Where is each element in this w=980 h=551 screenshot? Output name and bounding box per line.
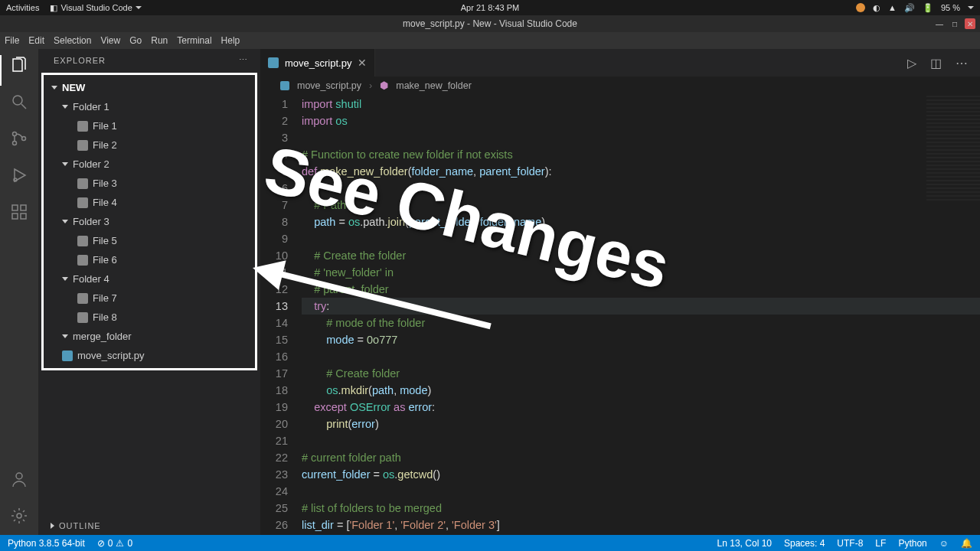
debug-icon[interactable]	[9, 165, 29, 185]
close-button[interactable]: ✕	[965, 18, 975, 29]
root-label: NEW	[62, 82, 85, 93]
symbol-icon: ⬢	[380, 80, 388, 91]
problems[interactable]: ⊘ 0 ⚠ 0	[97, 538, 132, 549]
eol[interactable]: LF	[875, 538, 886, 549]
window-title: move_script.py - New - Visual Studio Cod…	[403, 18, 577, 29]
menu-terminal[interactable]: Terminal	[177, 35, 211, 46]
window-title-bar: move_script.py - New - Visual Studio Cod…	[0, 15, 980, 32]
folder-label: Folder 4	[73, 273, 109, 285]
language-mode[interactable]: Python	[898, 538, 926, 549]
tree-file[interactable]: File 8	[44, 308, 255, 327]
vscode-icon: ◧	[50, 3, 57, 13]
activities-button[interactable]: Activities	[6, 3, 39, 13]
raise-icon[interactable]: ◐	[873, 3, 880, 13]
file-label: File 7	[93, 292, 117, 304]
tree-root[interactable]: NEW	[44, 78, 255, 97]
tree-file[interactable]: File 6	[44, 250, 255, 269]
chevron-down-icon	[51, 86, 57, 90]
python-version[interactable]: Python 3.8.5 64-bit	[8, 538, 85, 549]
code-editor[interactable]: 1234567891011121314151617181920212223242…	[260, 96, 980, 535]
menu-run[interactable]: Run	[151, 35, 168, 46]
tab-bar: move_script.py ✕ ▷ ◫ ⋯	[260, 49, 980, 77]
sidebar: EXPLORER ⋯ NEW Folder 1 File 1 File 2 Fo…	[38, 49, 260, 535]
search-icon[interactable]	[9, 92, 29, 112]
extensions-icon[interactable]	[9, 202, 29, 222]
outline-label: OUTLINE	[59, 521, 101, 530]
breadcrumb[interactable]: move_script.py › ⬢ make_new_folder	[260, 77, 980, 96]
feedback-icon[interactable]: ☺	[939, 538, 949, 549]
menu-edit[interactable]: Edit	[28, 35, 44, 46]
minimap[interactable]	[926, 96, 980, 203]
tree-file[interactable]: File 2	[44, 135, 255, 155]
explorer-icon[interactable]	[9, 55, 29, 75]
encoding[interactable]: UTF-8	[837, 538, 863, 549]
network-icon[interactable]: ▲	[888, 3, 897, 12]
file-icon	[77, 312, 88, 323]
chevron-down-icon	[136, 6, 142, 9]
svg-point-2	[13, 142, 17, 145]
svg-rect-7	[12, 214, 18, 219]
file-label: File 3	[93, 178, 117, 189]
battery-icon[interactable]: 🔋	[923, 3, 933, 13]
more-icon[interactable]: ⋯	[956, 56, 968, 70]
menu-go[interactable]: Go	[129, 35, 142, 46]
close-tab-icon[interactable]: ✕	[358, 57, 367, 69]
chevron-down-icon	[62, 334, 68, 338]
menu-view[interactable]: View	[100, 35, 120, 46]
run-icon[interactable]: ▷	[907, 56, 916, 70]
tab-move-script[interactable]: move_script.py ✕	[260, 49, 375, 77]
file-icon	[77, 178, 88, 189]
folder-label: merge_folder	[73, 331, 132, 342]
chevron-down-icon	[62, 105, 68, 109]
more-icon[interactable]: ⋯	[239, 55, 248, 65]
file-icon	[77, 197, 88, 208]
tree-file[interactable]: File 4	[44, 193, 255, 212]
update-icon[interactable]	[856, 3, 865, 12]
file-icon	[77, 255, 88, 266]
app-menu[interactable]: ◧ Visual Studio Code	[50, 3, 141, 13]
editor-group: move_script.py ✕ ▷ ◫ ⋯ move_script.py › …	[260, 49, 980, 535]
minimize-button[interactable]: —	[934, 18, 945, 29]
indentation[interactable]: Spaces: 4	[784, 538, 825, 549]
tree-file[interactable]: File 3	[44, 174, 255, 193]
tab-label: move_script.py	[285, 57, 351, 69]
file-label: File 1	[93, 120, 117, 132]
volume-icon[interactable]: 🔊	[904, 3, 915, 13]
svg-point-4	[14, 178, 17, 181]
clock[interactable]: Apr 21 8:43 PM	[461, 3, 519, 12]
gear-icon[interactable]	[9, 506, 29, 526]
tree-file[interactable]: File 1	[44, 116, 255, 135]
tree-folder[interactable]: merge_folder	[44, 327, 255, 346]
tree-folder[interactable]: Folder 1	[44, 97, 255, 116]
bell-icon[interactable]: 🔔	[961, 538, 972, 549]
explorer-tree-highlight: NEW Folder 1 File 1 File 2 Folder 2 File…	[41, 73, 257, 370]
folder-label: Folder 1	[73, 101, 109, 112]
menu-selection[interactable]: Selection	[54, 35, 91, 46]
chevron-down-icon[interactable]	[968, 6, 974, 9]
tree-folder[interactable]: Folder 4	[44, 269, 255, 289]
file-icon	[77, 236, 88, 246]
menu-help[interactable]: Help	[221, 35, 240, 46]
maximize-button[interactable]: □	[949, 18, 960, 29]
python-file-icon	[280, 81, 289, 90]
svg-point-0	[13, 96, 22, 105]
breadcrumb-symbol: make_new_folder	[396, 80, 472, 91]
cursor-position[interactable]: Ln 13, Col 10	[717, 538, 772, 549]
tree-file[interactable]: File 5	[44, 231, 255, 250]
explorer-title: EXPLORER	[54, 56, 106, 65]
tree-folder[interactable]: Folder 2	[44, 155, 255, 174]
outline-section[interactable]: OUTLINE	[38, 517, 260, 535]
svg-rect-6	[21, 205, 26, 210]
file-label: File 6	[93, 254, 117, 266]
menu-file[interactable]: File	[5, 35, 19, 46]
file-label: File 2	[93, 139, 117, 151]
account-icon[interactable]	[9, 469, 29, 489]
svg-rect-8	[21, 214, 26, 219]
tree-folder[interactable]: Folder 3	[44, 212, 255, 231]
status-bar: Python 3.8.5 64-bit ⊘ 0 ⚠ 0 Ln 13, Col 1…	[0, 535, 980, 551]
split-editor-icon[interactable]: ◫	[930, 56, 942, 70]
tree-file[interactable]: move_script.py	[44, 346, 255, 365]
tree-file[interactable]: File 7	[44, 289, 255, 308]
file-label: File 4	[93, 197, 117, 208]
scm-icon[interactable]	[9, 129, 29, 148]
